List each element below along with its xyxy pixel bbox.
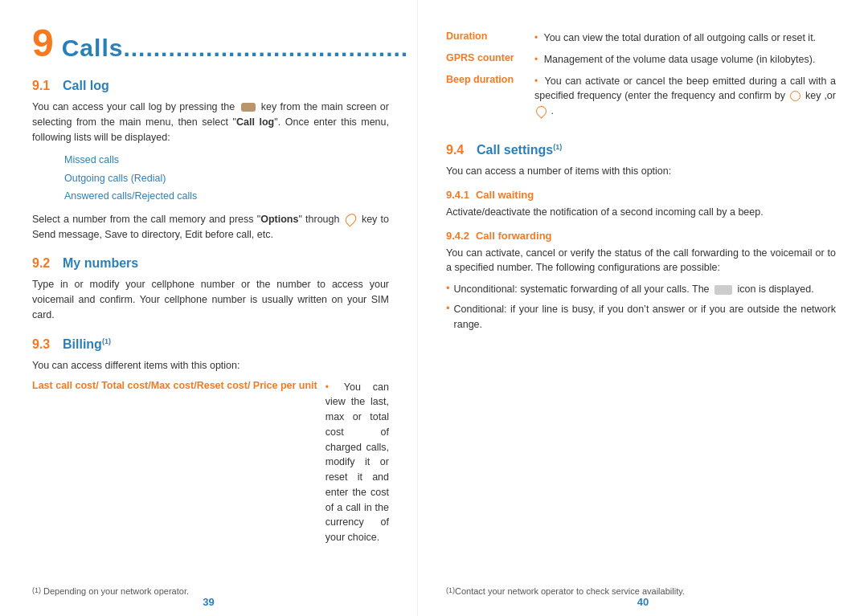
- gprs-row: GPRS counter • Management of the volume …: [446, 52, 836, 67]
- section-9-4-number: 9.4: [446, 143, 469, 157]
- section-9-3-title: Billing(1): [63, 337, 111, 352]
- beep-bullet: •: [534, 75, 538, 87]
- forward-icon: [714, 285, 732, 295]
- beep-content: • You can activate or cancel the beep em…: [534, 74, 836, 119]
- section-9-2-body: Type in or modify your cellphone number …: [32, 277, 389, 322]
- duration-bullet: •: [534, 32, 538, 43]
- right-page-number: 40: [637, 596, 649, 608]
- billing-content: • You can view the last, max or total co…: [326, 380, 389, 545]
- bullet-icon-1: •: [446, 282, 450, 294]
- body-text-1c: from the main menu, then select "Call lo…: [32, 116, 389, 143]
- circle-icon: [790, 91, 800, 101]
- subsection-9-4-1-body: Activate/deactivate the notification of …: [446, 205, 836, 220]
- bullet-conditional: • Conditional: if your line is busy, if …: [446, 302, 836, 332]
- footnote-superscript: (1): [32, 586, 41, 594]
- menu-icon: [343, 212, 358, 227]
- chapter-title: Calls...................................…: [62, 35, 408, 62]
- section-9-2-header: 9.2 My numbers: [32, 256, 389, 271]
- list-item-answered: Answered calls/Rejected calls: [64, 187, 389, 206]
- bullet-icon: •: [326, 381, 329, 393]
- beep-row: Beep duration • You can activate or canc…: [446, 74, 836, 119]
- right-footnote: (1) Contact your network operator to che…: [446, 586, 836, 596]
- section-9-2-number: 9.2: [32, 256, 55, 271]
- billing-label-text: Last call cost/ Total cost/Max cost/Rese…: [32, 380, 317, 391]
- curved-key-icon: [534, 104, 548, 119]
- right-billing-table: Duration • You can view the total durati…: [446, 31, 836, 125]
- footnote-text: Depending on your network operator.: [43, 586, 189, 596]
- billing-label: Last call cost/ Total cost/Max cost/Rese…: [32, 380, 326, 391]
- section-9-4-header: 9.4 Call settings(1): [446, 143, 836, 157]
- section-9-1-body: You can access your call log by pressing…: [32, 100, 389, 145]
- call-forwarding-bullets: • Unconditional: systematic forwarding o…: [446, 282, 836, 332]
- duration-label: Duration: [446, 31, 534, 42]
- bullet-text-unconditional: Unconditional: systematic forwarding of …: [454, 282, 836, 297]
- gprs-content: • Management of the volume data usage vo…: [534, 52, 836, 67]
- duration-row: Duration • You can view the total durati…: [446, 31, 836, 46]
- list-item-missed: Missed calls: [64, 151, 389, 169]
- billing-superscript: (1): [102, 337, 111, 345]
- section-9-1-header: 9.1 Call log: [32, 79, 389, 93]
- section-9-1-body2: Select a number from the call memory and…: [32, 212, 389, 243]
- section-9-3-number: 9.3: [32, 337, 55, 352]
- subsection-9-4-1-number: 9.4.1: [446, 189, 469, 201]
- beep-label: Beep duration: [446, 74, 534, 85]
- beep-text: You can activate or cancel the beep emit…: [534, 75, 836, 117]
- section-9-4-intro: You can access a number of items with th…: [446, 164, 836, 179]
- chapter-header: 9 Calls.................................…: [32, 24, 389, 63]
- gprs-bullet: •: [534, 54, 538, 65]
- bullet-unconditional: • Unconditional: systematic forwarding o…: [446, 282, 836, 297]
- subsection-9-4-2-body: You can activate, cancel or verify the s…: [446, 246, 836, 276]
- phone-icon: [241, 103, 256, 112]
- billing-content-text: You can view the last, max or total cost…: [326, 381, 389, 544]
- left-footnote: (1) Depending on your network operator.: [32, 586, 389, 596]
- body-text-1a: You can access your call log by pressing…: [32, 101, 235, 112]
- call-log-list: Missed calls Outgoing calls (Redial) Ans…: [64, 151, 389, 206]
- section-9-3-header: 9.3 Billing(1): [32, 337, 389, 352]
- subsection-9-4-1-title: Call waiting: [476, 189, 534, 201]
- bullet-text-conditional: Conditional: if your line is busy, if yo…: [454, 302, 836, 332]
- list-item-outgoing: Outgoing calls (Redial): [64, 169, 389, 188]
- subsection-9-4-1-header: 9.4.1 Call waiting: [446, 189, 836, 201]
- section-9-2-title: My numbers: [63, 256, 138, 271]
- duration-content: • You can view the total duration of all…: [534, 31, 836, 46]
- billing-table-row: Last call cost/ Total cost/Max cost/Rese…: [32, 380, 389, 545]
- gprs-label: GPRS counter: [446, 52, 534, 63]
- gprs-text: Management of the volume data usage volu…: [544, 54, 816, 65]
- subsection-9-4-2-header: 9.4.2 Call forwarding: [446, 230, 836, 242]
- right-footnote-text: Contact your network operator to check s…: [455, 586, 685, 596]
- section-9-3-intro: You can access different items with this…: [32, 358, 389, 373]
- right-page: Duration • You can view the total durati…: [418, 0, 868, 616]
- bullet-icon-2: •: [446, 302, 450, 314]
- page-container: 9 Calls.................................…: [0, 0, 868, 616]
- section-9-1-title: Call log: [63, 79, 109, 93]
- chapter-number: 9: [32, 24, 54, 63]
- subsection-9-4-2-title: Call forwarding: [476, 230, 552, 242]
- right-footnote-superscript: (1): [446, 586, 455, 594]
- section-9-4-title: Call settings(1): [477, 143, 562, 157]
- call-settings-superscript: (1): [553, 143, 562, 151]
- section-9-1-number: 9.1: [32, 79, 55, 93]
- billing-table: Last call cost/ Total cost/Max cost/Rese…: [32, 380, 389, 552]
- duration-text: You can view the total duration of all o…: [543, 32, 816, 43]
- left-page-number: 39: [203, 596, 214, 608]
- subsection-9-4-2-number: 9.4.2: [446, 230, 469, 242]
- left-page: 9 Calls.................................…: [0, 0, 418, 616]
